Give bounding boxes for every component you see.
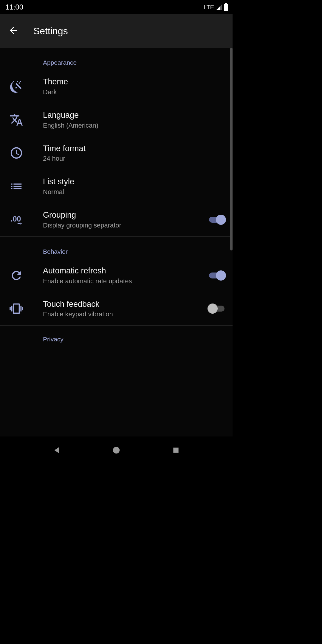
- pref-language-summary: English (American): [43, 122, 224, 129]
- status-right: LTE: [204, 3, 228, 11]
- pref-grouping[interactable]: .00 Grouping Display grouping separator: [0, 203, 233, 236]
- status-bar: 11:00 LTE: [0, 0, 233, 14]
- pref-language-title: Language: [43, 110, 224, 120]
- pref-time-format-summary: 24 hour: [43, 155, 224, 162]
- nav-home-icon: [112, 446, 121, 456]
- nav-back[interactable]: [45, 439, 69, 463]
- section-title-appearance: Appearance: [43, 48, 233, 70]
- svg-rect-7: [173, 448, 178, 453]
- svg-point-3: [20, 81, 21, 82]
- pref-grouping-summary: Display grouping separator: [43, 222, 205, 229]
- touch-feedback-toggle[interactable]: [208, 303, 226, 314]
- scroll-indicator[interactable]: [230, 48, 233, 250]
- navigation-bar: [0, 436, 233, 465]
- pref-time-format-title: Time format: [43, 144, 224, 154]
- arrow-back-icon: [8, 25, 19, 37]
- pref-theme-summary: Dark: [43, 88, 224, 96]
- pref-touch-feedback-summary: Enable keypad vibration: [43, 310, 205, 318]
- svg-point-6: [113, 447, 120, 454]
- svg-rect-1: [224, 4, 228, 11]
- pref-theme-title: Theme: [43, 77, 224, 87]
- svg-text:.00: .00: [11, 215, 21, 223]
- grouping-icon: .00: [7, 213, 43, 227]
- network-type: LTE: [204, 4, 214, 11]
- battery-icon: [224, 3, 228, 11]
- settings-list[interactable]: Appearance Theme Dark Language En: [0, 48, 233, 436]
- language-icon: [7, 113, 43, 127]
- pref-list-style[interactable]: List style Normal: [0, 170, 233, 203]
- pref-list-style-summary: Normal: [43, 188, 224, 196]
- svg-rect-0: [225, 3, 227, 4]
- pref-auto-refresh-title: Automatic refresh: [43, 266, 205, 276]
- pref-auto-refresh[interactable]: Automatic refresh Enable automatic rate …: [0, 259, 233, 292]
- vibration-icon: [7, 302, 43, 315]
- refresh-icon: [7, 269, 43, 282]
- list-icon: [7, 179, 43, 193]
- pref-touch-feedback-title: Touch feedback: [43, 299, 205, 309]
- theme-icon: [7, 80, 43, 93]
- page-title: Settings: [33, 26, 68, 37]
- clock-icon: [7, 146, 43, 160]
- svg-point-2: [18, 82, 20, 84]
- nav-recent-icon: [172, 446, 180, 455]
- section-title-privacy: Privacy: [43, 326, 233, 346]
- pref-auto-refresh-summary: Enable automatic rate updates: [43, 277, 205, 285]
- app-bar: Settings: [0, 14, 233, 48]
- svg-point-4: [17, 81, 18, 82]
- pref-list-style-title: List style: [43, 177, 224, 187]
- auto-refresh-toggle[interactable]: [208, 270, 226, 281]
- pref-touch-feedback[interactable]: Touch feedback Enable keypad vibration: [0, 292, 233, 326]
- back-button[interactable]: [3, 21, 24, 41]
- pref-language[interactable]: Language English (American): [0, 103, 233, 137]
- section-title-behavior: Behavior: [43, 237, 233, 259]
- grouping-toggle[interactable]: [208, 214, 226, 225]
- nav-home[interactable]: [104, 439, 128, 463]
- nav-recent[interactable]: [164, 439, 188, 463]
- pref-grouping-title: Grouping: [43, 210, 205, 220]
- pref-theme[interactable]: Theme Dark: [0, 70, 233, 103]
- nav-back-icon: [52, 446, 61, 456]
- pref-time-format[interactable]: Time format 24 hour: [0, 137, 233, 170]
- status-time: 11:00: [5, 3, 23, 11]
- signal-icon: [216, 4, 223, 11]
